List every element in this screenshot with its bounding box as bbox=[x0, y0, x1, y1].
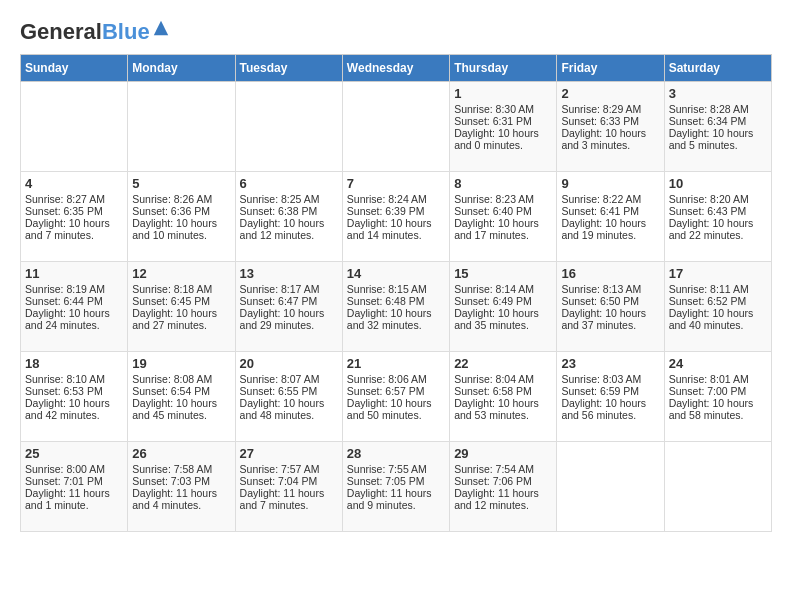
day-number: 8 bbox=[454, 176, 552, 191]
calendar-cell: 7Sunrise: 8:24 AMSunset: 6:39 PMDaylight… bbox=[342, 172, 449, 262]
day-number: 4 bbox=[25, 176, 123, 191]
cell-content-line: Daylight: 10 hours bbox=[240, 217, 338, 229]
cell-content-line: Sunrise: 8:15 AM bbox=[347, 283, 445, 295]
header-day-monday: Monday bbox=[128, 55, 235, 82]
cell-content-line: Sunset: 6:55 PM bbox=[240, 385, 338, 397]
cell-content-line: Daylight: 10 hours bbox=[454, 307, 552, 319]
cell-content-line: and 12 minutes. bbox=[454, 499, 552, 511]
page-header: GeneralBlue bbox=[20, 20, 772, 44]
calendar-cell: 27Sunrise: 7:57 AMSunset: 7:04 PMDayligh… bbox=[235, 442, 342, 532]
cell-content-line: Sunrise: 8:07 AM bbox=[240, 373, 338, 385]
cell-content-line: Daylight: 10 hours bbox=[669, 397, 767, 409]
cell-content-line: Sunset: 6:43 PM bbox=[669, 205, 767, 217]
cell-content-line: Sunrise: 8:10 AM bbox=[25, 373, 123, 385]
cell-content-line: Sunrise: 7:58 AM bbox=[132, 463, 230, 475]
cell-content-line: Daylight: 11 hours bbox=[454, 487, 552, 499]
cell-content-line: and 14 minutes. bbox=[347, 229, 445, 241]
header-day-friday: Friday bbox=[557, 55, 664, 82]
cell-content-line: Daylight: 11 hours bbox=[132, 487, 230, 499]
logo-text: GeneralBlue bbox=[20, 20, 150, 44]
cell-content-line: Sunset: 6:48 PM bbox=[347, 295, 445, 307]
day-number: 19 bbox=[132, 356, 230, 371]
cell-content-line: and 10 minutes. bbox=[132, 229, 230, 241]
cell-content-line: Daylight: 10 hours bbox=[669, 127, 767, 139]
cell-content-line: Sunset: 6:40 PM bbox=[454, 205, 552, 217]
cell-content-line: Sunset: 7:04 PM bbox=[240, 475, 338, 487]
cell-content-line: Sunset: 6:44 PM bbox=[25, 295, 123, 307]
day-number: 13 bbox=[240, 266, 338, 281]
week-row-4: 18Sunrise: 8:10 AMSunset: 6:53 PMDayligh… bbox=[21, 352, 772, 442]
cell-content-line: and 35 minutes. bbox=[454, 319, 552, 331]
day-number: 18 bbox=[25, 356, 123, 371]
cell-content-line: Sunrise: 8:23 AM bbox=[454, 193, 552, 205]
cell-content-line: and 1 minute. bbox=[25, 499, 123, 511]
cell-content-line: Sunrise: 8:04 AM bbox=[454, 373, 552, 385]
header-day-tuesday: Tuesday bbox=[235, 55, 342, 82]
day-number: 3 bbox=[669, 86, 767, 101]
day-number: 25 bbox=[25, 446, 123, 461]
header-day-sunday: Sunday bbox=[21, 55, 128, 82]
day-number: 28 bbox=[347, 446, 445, 461]
cell-content-line: Sunset: 6:50 PM bbox=[561, 295, 659, 307]
calendar-cell: 29Sunrise: 7:54 AMSunset: 7:06 PMDayligh… bbox=[450, 442, 557, 532]
cell-content-line: Daylight: 10 hours bbox=[240, 397, 338, 409]
cell-content-line: Sunset: 6:35 PM bbox=[25, 205, 123, 217]
cell-content-line: Sunset: 6:41 PM bbox=[561, 205, 659, 217]
day-number: 23 bbox=[561, 356, 659, 371]
day-number: 7 bbox=[347, 176, 445, 191]
cell-content-line: Sunrise: 7:57 AM bbox=[240, 463, 338, 475]
day-number: 11 bbox=[25, 266, 123, 281]
cell-content-line: Sunset: 6:52 PM bbox=[669, 295, 767, 307]
cell-content-line: Sunset: 6:45 PM bbox=[132, 295, 230, 307]
cell-content-line: Daylight: 10 hours bbox=[25, 217, 123, 229]
calendar-cell: 28Sunrise: 7:55 AMSunset: 7:05 PMDayligh… bbox=[342, 442, 449, 532]
cell-content-line: and 53 minutes. bbox=[454, 409, 552, 421]
cell-content-line: Daylight: 11 hours bbox=[240, 487, 338, 499]
cell-content-line: Sunset: 7:05 PM bbox=[347, 475, 445, 487]
cell-content-line: and 48 minutes. bbox=[240, 409, 338, 421]
calendar-cell: 23Sunrise: 8:03 AMSunset: 6:59 PMDayligh… bbox=[557, 352, 664, 442]
day-number: 26 bbox=[132, 446, 230, 461]
cell-content-line: Sunset: 7:03 PM bbox=[132, 475, 230, 487]
calendar-cell bbox=[557, 442, 664, 532]
calendar-cell: 1Sunrise: 8:30 AMSunset: 6:31 PMDaylight… bbox=[450, 82, 557, 172]
calendar-cell: 8Sunrise: 8:23 AMSunset: 6:40 PMDaylight… bbox=[450, 172, 557, 262]
calendar-cell: 22Sunrise: 8:04 AMSunset: 6:58 PMDayligh… bbox=[450, 352, 557, 442]
cell-content-line: Sunset: 6:36 PM bbox=[132, 205, 230, 217]
cell-content-line: Sunrise: 8:19 AM bbox=[25, 283, 123, 295]
cell-content-line: Sunrise: 8:24 AM bbox=[347, 193, 445, 205]
calendar-cell bbox=[235, 82, 342, 172]
cell-content-line: Daylight: 10 hours bbox=[25, 397, 123, 409]
cell-content-line: and 4 minutes. bbox=[132, 499, 230, 511]
cell-content-line: Sunrise: 8:22 AM bbox=[561, 193, 659, 205]
week-row-1: 1Sunrise: 8:30 AMSunset: 6:31 PMDaylight… bbox=[21, 82, 772, 172]
cell-content-line: and 9 minutes. bbox=[347, 499, 445, 511]
calendar-cell: 9Sunrise: 8:22 AMSunset: 6:41 PMDaylight… bbox=[557, 172, 664, 262]
day-number: 17 bbox=[669, 266, 767, 281]
day-number: 29 bbox=[454, 446, 552, 461]
cell-content-line: Sunrise: 8:17 AM bbox=[240, 283, 338, 295]
cell-content-line: Sunrise: 7:55 AM bbox=[347, 463, 445, 475]
cell-content-line: Daylight: 10 hours bbox=[561, 397, 659, 409]
day-number: 15 bbox=[454, 266, 552, 281]
cell-content-line: and 5 minutes. bbox=[669, 139, 767, 151]
day-number: 10 bbox=[669, 176, 767, 191]
cell-content-line: Sunrise: 7:54 AM bbox=[454, 463, 552, 475]
cell-content-line: Sunrise: 8:29 AM bbox=[561, 103, 659, 115]
calendar-cell: 10Sunrise: 8:20 AMSunset: 6:43 PMDayligh… bbox=[664, 172, 771, 262]
calendar-cell: 5Sunrise: 8:26 AMSunset: 6:36 PMDaylight… bbox=[128, 172, 235, 262]
cell-content-line: and 40 minutes. bbox=[669, 319, 767, 331]
day-number: 9 bbox=[561, 176, 659, 191]
cell-content-line: Sunset: 6:39 PM bbox=[347, 205, 445, 217]
cell-content-line: Daylight: 10 hours bbox=[132, 307, 230, 319]
calendar-cell: 12Sunrise: 8:18 AMSunset: 6:45 PMDayligh… bbox=[128, 262, 235, 352]
cell-content-line: Sunrise: 8:18 AM bbox=[132, 283, 230, 295]
cell-content-line: Daylight: 10 hours bbox=[25, 307, 123, 319]
cell-content-line: and 17 minutes. bbox=[454, 229, 552, 241]
cell-content-line: Sunset: 6:53 PM bbox=[25, 385, 123, 397]
calendar-cell: 24Sunrise: 8:01 AMSunset: 7:00 PMDayligh… bbox=[664, 352, 771, 442]
day-number: 2 bbox=[561, 86, 659, 101]
cell-content-line: Daylight: 10 hours bbox=[669, 307, 767, 319]
cell-content-line: Daylight: 10 hours bbox=[454, 397, 552, 409]
header-day-thursday: Thursday bbox=[450, 55, 557, 82]
